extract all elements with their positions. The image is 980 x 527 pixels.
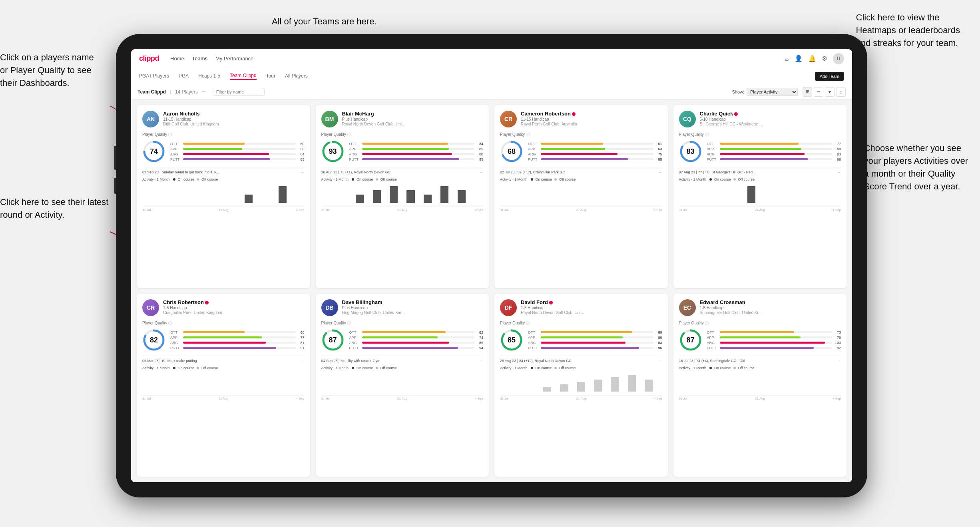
avatar-icon[interactable]: U: [833, 53, 844, 64]
quality-section[interactable]: 87 OTT 82 APP 74 ARG 85: [321, 328, 484, 352]
last-round[interactable]: 26 Aug 23 | 73 (+1), Royal North Devon G…: [321, 167, 484, 174]
last-round[interactable]: 04 Sep 23 | Mobility with coach, Gym →: [321, 356, 484, 363]
quality-number: 83: [686, 147, 694, 156]
chart-label: 31 Jul: [500, 397, 508, 400]
player-card[interactable]: BM Blair McHarg Plus Handicap Royal Nort…: [316, 105, 489, 288]
player-name[interactable]: David Ford: [521, 299, 662, 305]
player-avatar: EC: [679, 299, 696, 316]
list-view-button[interactable]: ☰: [814, 87, 823, 97]
last-round[interactable]: 07 Aug 23 | 77 (+7), St George's Hill GC…: [679, 167, 841, 174]
nav-performance[interactable]: My Performance: [215, 56, 253, 62]
stat-arg: ARG 81: [170, 341, 305, 345]
player-card[interactable]: CR Chris Robertson 1-5 Handicap Craigmil…: [137, 294, 310, 477]
player-card[interactable]: DB Dave Billingham Plus Handicap Gog Mag…: [316, 294, 489, 477]
last-round[interactable]: 05 Mar 23 | 19, Must make putting →: [142, 356, 305, 363]
player-info: Chris Robertson 1-5 Handicap Craigmillar…: [163, 299, 305, 315]
chart-labels: 31 Jul21 Aug4 Sep: [679, 208, 841, 212]
arrow-right-icon: →: [479, 358, 483, 363]
player-header: CR Chris Robertson 1-5 Handicap Craigmil…: [142, 299, 305, 316]
tab-team-clippd[interactable]: Team Clippd: [230, 73, 257, 80]
quality-section[interactable]: 74 OTT 60 APP 58 ARG 84: [142, 140, 305, 163]
show-select[interactable]: Player Activity Quality Score Trend: [747, 88, 798, 96]
activity-label: Activity · 1 Month: [142, 177, 170, 181]
player-name[interactable]: Edward Crossman: [700, 299, 841, 305]
chart-label: 31 Jul: [679, 208, 687, 212]
annotation-latest-round: Click here to see their latestround or A…: [0, 196, 108, 221]
last-round[interactable]: 18 Jul 23 | 74 (+4), Sunningdale GC - Ol…: [679, 356, 841, 363]
person-icon[interactable]: 👤: [795, 55, 803, 62]
chart-labels: 31 Jul21 Aug4 Sep: [142, 397, 305, 400]
quality-section[interactable]: 83 OTT 77 APP 80 ARG 83: [679, 140, 841, 163]
tab-hcaps[interactable]: Hcaps 1-5: [198, 73, 220, 80]
annotation-player-name: Click on a players nameor Player Quality…: [0, 51, 94, 89]
filter-button[interactable]: ▼: [825, 87, 835, 97]
quality-stats: OTT 61 APP 63 ARG 75 PUTT 85: [528, 142, 662, 161]
tab-tour[interactable]: Tour: [266, 73, 275, 80]
player-name[interactable]: Dave Billingham: [342, 299, 484, 305]
player-name[interactable]: Chris Robertson: [163, 299, 305, 305]
player-handicap: Plus Handicap: [342, 306, 484, 310]
nav-teams[interactable]: Teams: [192, 56, 207, 62]
quality-section[interactable]: 87 OTT 73 APP 79 ARG 103: [679, 328, 841, 352]
on-course-legend-dot: [352, 367, 354, 369]
off-course-legend-dot: [733, 367, 736, 369]
tab-pgat[interactable]: PGAT Players: [139, 73, 169, 80]
activity-label: Activity · 1 Month: [321, 366, 349, 370]
settings-icon[interactable]: ⚙: [822, 55, 827, 62]
chart-label: 21 Aug: [755, 208, 765, 212]
player-name[interactable]: Cameron Robertson: [521, 111, 662, 117]
activity-legend: On course Off course: [173, 177, 218, 181]
player-name[interactable]: Aaron Nicholls: [163, 111, 305, 117]
tab-pga[interactable]: PGA: [179, 73, 189, 80]
player-header: DB Dave Billingham Plus Handicap Gog Mag…: [321, 299, 484, 316]
activity-legend: On course Off course: [352, 177, 397, 181]
last-round-text: 07 Aug 23 | 77 (+7), St George's Hill GC…: [679, 170, 756, 174]
player-name[interactable]: Blair McHarg: [342, 111, 484, 117]
stat-arg: ARG 83: [707, 152, 841, 156]
on-course-legend-dot: [531, 367, 533, 369]
activity-legend: On course Off course: [709, 366, 755, 370]
player-name[interactable]: Charlie Quick: [700, 111, 841, 117]
player-club: Royal North Devon Golf Club, United Kil.…: [521, 310, 585, 315]
activity-label: Activity · 1 Month: [142, 366, 170, 370]
search-input[interactable]: [213, 88, 265, 96]
player-handicap: 1-5 Handicap: [700, 306, 841, 310]
player-card[interactable]: EC Edward Crossman 1-5 Handicap Sunningd…: [673, 294, 847, 477]
on-course-label: On course: [536, 177, 552, 181]
quality-section[interactable]: 68 OTT 61 APP 63 ARG 75: [500, 140, 662, 163]
off-course-label: Off course: [380, 177, 397, 181]
quality-section[interactable]: 93 OTT 84 APP 85 ARG 88: [321, 140, 484, 163]
ipad-screen: clippd Home Teams My Performance ⌕ 👤 🔔 ⚙…: [131, 49, 852, 482]
add-team-button[interactable]: Add Team: [815, 72, 844, 81]
edit-icon[interactable]: ✏: [202, 89, 205, 94]
sort-button[interactable]: ↕: [836, 87, 846, 97]
player-card[interactable]: CR Cameron Robertson 11-15 Handicap Roya…: [494, 105, 668, 288]
nav-home[interactable]: Home: [170, 56, 184, 62]
quality-section[interactable]: 85 OTT 89 APP 80 ARG 83: [500, 328, 662, 352]
player-card[interactable]: CQ Charlie Quick 6-10 Handicap St. Georg…: [673, 105, 847, 288]
chart-labels: 31 Jul21 Aug4 Sep: [679, 397, 841, 400]
player-header: DF David Ford 1-5 Handicap Royal North D…: [500, 299, 662, 316]
on-course-label: On course: [178, 177, 195, 181]
last-round[interactable]: 02 Sep 23 | Sunday round to get back int…: [142, 167, 305, 174]
chart-label: 31 Jul: [142, 208, 151, 212]
tab-all-players[interactable]: All Players: [285, 73, 308, 80]
last-round[interactable]: 02 Jul 23 | 59 (+17), Craigmillar Park G…: [500, 167, 662, 174]
chart-label: 4 Sep: [475, 397, 483, 400]
player-card[interactable]: DF David Ford 1-5 Handicap Royal North D…: [494, 294, 668, 477]
quality-number: 87: [329, 336, 337, 344]
arrow-right-icon: →: [301, 170, 305, 174]
bell-icon[interactable]: 🔔: [808, 55, 816, 62]
activity-legend: On course Off course: [709, 177, 755, 181]
search-icon[interactable]: ⌕: [785, 55, 789, 62]
off-course-legend-dot: [376, 367, 378, 369]
on-course-legend-dot: [531, 178, 533, 181]
player-avatar: DF: [500, 299, 517, 316]
quality-section[interactable]: 82 OTT 60 APP 77 ARG 81: [142, 328, 305, 352]
player-info: Charlie Quick 6-10 Handicap St. George's…: [700, 111, 841, 126]
player-card[interactable]: AN Aaron Nicholls 11-15 Handicap Drift G…: [137, 105, 310, 288]
stat-ott: OTT 73: [707, 330, 841, 334]
stat-putt: PUTT 91: [170, 346, 305, 350]
last-round[interactable]: 26 Aug 23 | 84 (+12), Royal North Devon …: [500, 356, 662, 363]
grid-view-button[interactable]: ⊞: [803, 87, 812, 97]
